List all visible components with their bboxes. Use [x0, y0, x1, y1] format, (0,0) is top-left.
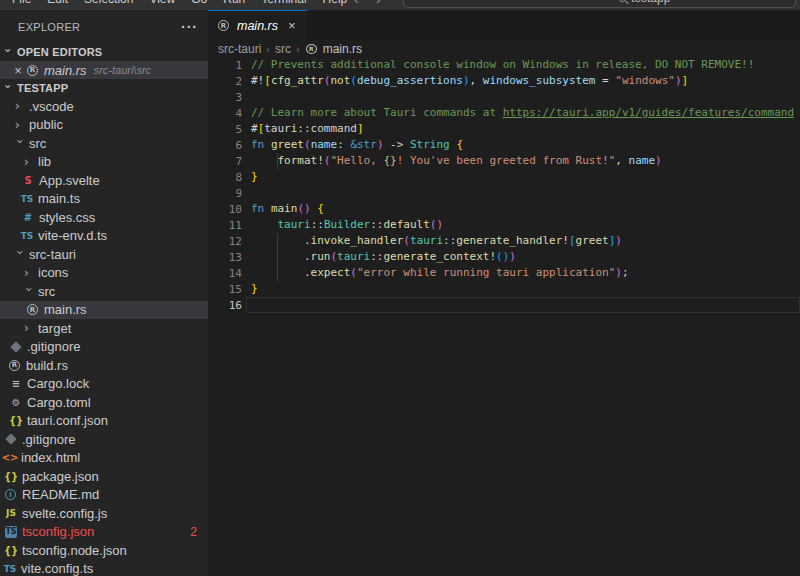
tree-file-build-rs[interactable]: Rbuild.rs	[0, 356, 208, 375]
tree-folder-public[interactable]: ›public	[0, 116, 208, 135]
git-icon	[10, 341, 21, 352]
tree-file-readme-md[interactable]: iREADME.md	[0, 486, 208, 505]
code-line-text	[246, 185, 251, 201]
tree-folder-src-tauri[interactable]: ›src-tauri	[0, 245, 208, 264]
tree-folder-src[interactable]: ›src	[0, 134, 208, 153]
code-token: #	[251, 122, 258, 135]
code-line-5[interactable]: 5#[tauri::command]	[208, 121, 800, 137]
code-line-7[interactable]: 7 format!("Hello, {}! You've been greete…	[208, 153, 800, 169]
line-number[interactable]: 5	[208, 123, 246, 136]
line-number[interactable]: 10	[208, 203, 246, 216]
tree-file-main-ts[interactable]: TSmain.ts	[0, 190, 208, 209]
tree-file-svelte-config-js[interactable]: JSsvelte.config.js	[0, 504, 208, 523]
breadcrumb-item-src[interactable]: src	[275, 42, 291, 56]
line-number[interactable]: 15	[208, 283, 246, 296]
line-number[interactable]: 4	[208, 107, 246, 120]
menu-run[interactable]: Run	[215, 0, 253, 6]
code-line-text: .run(tauri::generate_context!())	[246, 249, 516, 265]
menu-edit[interactable]: Edit	[39, 0, 76, 6]
chevron-right-icon: ›	[24, 268, 34, 278]
tab-main-rs[interactable]: R main.rs ×	[208, 10, 308, 40]
tree-folder-target[interactable]: ›target	[0, 319, 208, 338]
breadcrumb-separator-icon: ›	[266, 43, 270, 55]
menu-view[interactable]: View	[141, 0, 183, 6]
code-line-16[interactable]: 16	[208, 297, 800, 313]
chevron-down-icon: ›	[3, 48, 13, 58]
line-number[interactable]: 8	[208, 171, 246, 184]
line-number[interactable]: 7	[208, 155, 246, 168]
code-line-8[interactable]: 8}	[208, 169, 800, 185]
nav-back-icon[interactable]: ‹	[354, 0, 359, 7]
tree-file-cargo-lock[interactable]: ≡Cargo.lock	[0, 375, 208, 394]
breadcrumb-item-src-tauri[interactable]: src-tauri	[218, 42, 261, 56]
command-center[interactable]: testapp	[403, 0, 796, 8]
tree-file-main-rs[interactable]: Rmain.rs	[0, 301, 208, 320]
code-line-13[interactable]: 13 .run(tauri::generate_context!())	[208, 249, 800, 265]
tree-file--gitignore[interactable]: .gitignore	[0, 338, 208, 357]
code-token: ::	[370, 218, 383, 231]
code-token: (	[403, 234, 410, 247]
menu-selection[interactable]: Selection	[76, 0, 141, 6]
close-icon[interactable]: ×	[288, 18, 296, 33]
code-token: ::	[443, 234, 456, 247]
code-line-9[interactable]: 9	[208, 185, 800, 201]
code-line-3[interactable]: 3	[208, 89, 800, 105]
tree-file-tauri-conf-json[interactable]: {}tauri.conf.json	[0, 412, 208, 431]
json-braces-icon: {}	[4, 544, 18, 557]
typescript-icon: TS	[20, 229, 34, 242]
line-number[interactable]: 16	[208, 299, 246, 312]
breadcrumb-item-main-rs[interactable]: Rmain.rs	[305, 42, 362, 56]
line-number[interactable]: 11	[208, 219, 246, 232]
code-line-12[interactable]: 12 .invoke_handler(tauri::generate_handl…	[208, 233, 800, 249]
more-actions-icon[interactable]: ···	[181, 19, 198, 35]
open-editors-header[interactable]: › OPEN EDITORS	[0, 43, 208, 61]
line-number[interactable]: 2	[208, 75, 246, 88]
breadcrumb-separator-icon: ›	[296, 43, 300, 55]
code-line-4[interactable]: 4// Learn more about Tauri commands at h…	[208, 105, 800, 121]
tree-file-tsconfig-json[interactable]: TStsconfig.json2	[0, 523, 208, 542]
code-editor[interactable]: 1// Prevents additional console window o…	[208, 57, 800, 313]
tree-file-app-svelte[interactable]: SApp.svelte	[0, 171, 208, 190]
menu-help[interactable]: Help	[315, 0, 356, 6]
line-number[interactable]: 3	[208, 91, 246, 104]
code-line-6[interactable]: 6fn greet(name: &str) -> String {	[208, 137, 800, 153]
code-token: }	[251, 282, 258, 295]
code-line-text: fn greet(name: &str) -> String {	[246, 137, 463, 153]
tree-file-styles-css[interactable]: #styles.css	[0, 208, 208, 227]
tree-file-tsconfig-node-json[interactable]: {}tsconfig.node.json	[0, 541, 208, 560]
problems-badge: 2	[190, 525, 197, 539]
code-line-1[interactable]: 1// Prevents additional console window o…	[208, 57, 800, 73]
menu-file[interactable]: File	[4, 0, 39, 6]
tree-folder--vscode[interactable]: ›.vscode	[0, 97, 208, 116]
tree-file-vite-config-ts[interactable]: TSvite.config.ts	[0, 560, 208, 576]
tree-file-package-json[interactable]: {}package.json	[0, 467, 208, 486]
project-section-header[interactable]: › TESTAPP	[0, 79, 208, 97]
tree-file-cargo-toml[interactable]: ⚙Cargo.toml	[0, 393, 208, 412]
menu-go[interactable]: Go	[183, 0, 215, 6]
open-editor-item[interactable]: ×Rmain.rssrc-tauri\src	[0, 61, 208, 79]
line-number[interactable]: 9	[208, 187, 246, 200]
code-line-10[interactable]: 10fn main() {	[208, 201, 800, 217]
tree-file-vite-env-d-ts[interactable]: TSvite-env.d.ts	[0, 227, 208, 246]
tree-file--gitignore[interactable]: .gitignore	[0, 430, 208, 449]
typescript-icon: TS	[3, 562, 17, 575]
tree-folder-lib[interactable]: ›lib	[0, 153, 208, 172]
tree-folder-src[interactable]: ›src	[0, 282, 208, 301]
code-line-11[interactable]: 11 tauri::Builder::default()	[208, 217, 800, 233]
code-line-2[interactable]: 2#![cfg_attr(not(debug_assertions), wind…	[208, 73, 800, 89]
code-line-15[interactable]: 15}	[208, 281, 800, 297]
code-token: &str	[350, 138, 377, 151]
close-icon[interactable]: ×	[12, 63, 24, 78]
line-number[interactable]: 13	[208, 251, 246, 264]
line-number[interactable]: 14	[208, 267, 246, 280]
line-number[interactable]: 12	[208, 235, 246, 248]
code-token: {}	[383, 154, 396, 167]
nav-forward-icon[interactable]: ›	[376, 0, 381, 7]
tree-folder-icons[interactable]: ›icons	[0, 264, 208, 283]
line-number[interactable]: 1	[208, 59, 246, 72]
tree-file-index-html[interactable]: <>index.html	[0, 449, 208, 468]
menu-terminal[interactable]: Terminal	[253, 0, 314, 6]
code-line-14[interactable]: 14 .expect("error while running tauri ap…	[208, 265, 800, 281]
item-label: build.rs	[26, 358, 68, 373]
line-number[interactable]: 6	[208, 139, 246, 152]
